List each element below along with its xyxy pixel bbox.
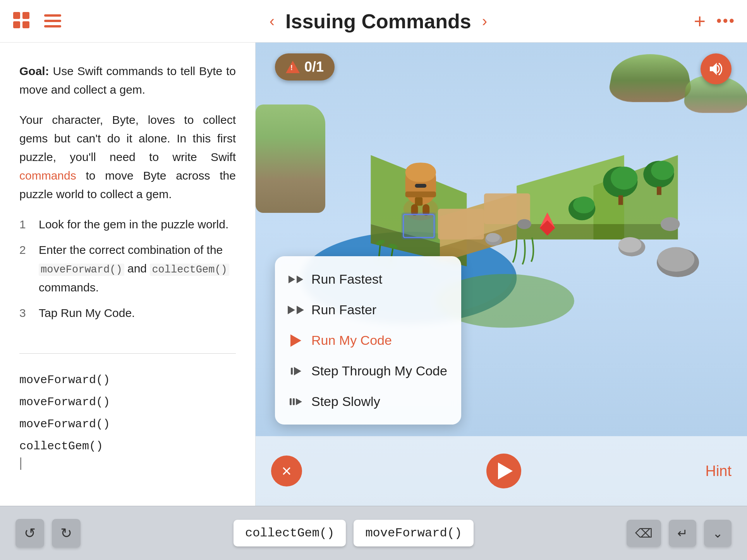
body-paragraph: Your character, Byte, loves to collect g… (19, 111, 236, 204)
svg-rect-3 (22, 21, 29, 28)
move-forward-key[interactable]: moveForward() (354, 520, 474, 546)
code-line-4[interactable]: collectGem() (19, 435, 236, 457)
goal-paragraph: Goal: Use Swift commands to tell Byte to… (19, 62, 236, 99)
svg-rect-21 (415, 184, 426, 188)
code-move-forward: moveForward() (39, 264, 124, 276)
nav-next-button[interactable]: › (478, 11, 491, 31)
run-fastest-icon (289, 276, 303, 283)
svg-point-33 (611, 166, 637, 189)
code-editor[interactable]: moveForward() moveForward() moveForward(… (0, 365, 255, 481)
score-badge: 0/1 (275, 53, 335, 80)
step-slowly-icon (289, 398, 303, 405)
svg-point-39 (573, 197, 595, 214)
step-number-1: 1 (19, 215, 31, 234)
run-my-code-icon (289, 334, 303, 347)
code-collect-gem: collectGem() (150, 264, 229, 276)
collect-gem-key[interactable]: collectGem() (234, 520, 346, 546)
step-text-2: Enter the correct combination of the mov… (39, 241, 236, 297)
run-my-code-label: Run My Code (311, 333, 392, 348)
svg-rect-37 (657, 187, 661, 195)
svg-rect-26 (402, 212, 436, 239)
svg-point-49 (658, 247, 694, 272)
keyboard-left: ↺ ↻ (15, 519, 81, 548)
list-icon[interactable] (43, 10, 63, 32)
svg-point-36 (651, 161, 674, 180)
top-bar: ‹ Issuing Commands › + ••• (0, 0, 747, 43)
steps-list: 1 Look for the gem in the puzzle world. … (19, 215, 236, 322)
game-bottom-bar: × Hint (256, 436, 747, 506)
run-faster-item[interactable]: Run Faster (275, 295, 461, 325)
nav-prev-button[interactable]: ‹ (266, 11, 278, 31)
nav-group: ‹ Issuing Commands › (63, 10, 694, 33)
svg-rect-4 (44, 14, 61, 17)
svg-rect-34 (618, 195, 623, 205)
goal-body: Use Swift commands to tell Byte to move … (19, 65, 236, 96)
run-menu: Run Fastest Run Faster Run My Code (275, 256, 461, 425)
instructions-panel: Goal: Use Swift commands to tell Byte to… (0, 43, 255, 346)
more-button[interactable]: ••• (716, 13, 735, 29)
code-line-5[interactable] (19, 457, 236, 470)
toolbar-left (12, 10, 63, 32)
divider (19, 353, 236, 354)
grid-icon[interactable] (12, 10, 32, 32)
undo-icon: ↺ (24, 525, 36, 541)
svg-rect-20 (405, 163, 436, 182)
step-text-1: Look for the gem in the puzzle world. (39, 215, 236, 234)
toolbar-right: + ••• (694, 11, 735, 31)
svg-rect-2 (13, 21, 20, 28)
goal-label: Goal: (19, 65, 49, 77)
code-line-1[interactable]: moveForward() (19, 369, 236, 391)
svg-point-41 (486, 233, 500, 242)
return-button[interactable]: ↵ (669, 520, 696, 547)
step-text-3: Tap Run My Code. (39, 304, 236, 322)
keyboard-right: ⌫ ↵ ⌄ (627, 520, 732, 547)
step-item-1: 1 Look for the gem in the puzzle world. (19, 215, 236, 234)
redo-icon: ↻ (60, 525, 72, 541)
score-text: 0/1 (304, 59, 324, 75)
svg-rect-5 (44, 20, 61, 22)
svg-rect-1 (22, 12, 29, 19)
main-content: Goal: Use Swift commands to tell Byte to… (0, 43, 747, 506)
hide-keyboard-button[interactable]: ⌄ (704, 520, 732, 547)
step-through-item[interactable]: Step Through My Code (275, 356, 461, 386)
delete-icon: ⌫ (635, 526, 653, 541)
step-item-2: 2 Enter the correct combination of the m… (19, 241, 236, 297)
game-panel: 0/1 (256, 43, 747, 506)
svg-point-51 (618, 237, 641, 253)
code-line-2[interactable]: moveForward() (19, 391, 236, 413)
sound-button[interactable] (701, 53, 732, 84)
run-faster-icon (289, 306, 303, 314)
step-slowly-item[interactable]: Step Slowly (275, 386, 461, 417)
run-my-code-item[interactable]: Run My Code (275, 325, 461, 356)
step-number-2: 2 (19, 241, 31, 259)
svg-point-43 (661, 217, 680, 231)
hint-button[interactable]: Hint (705, 463, 732, 480)
play-button[interactable] (486, 454, 521, 488)
svg-rect-28 (438, 209, 484, 239)
step-number-3: 3 (19, 304, 31, 322)
step-through-label: Step Through My Code (311, 363, 447, 378)
undo-button[interactable]: ↺ (15, 519, 44, 548)
add-button[interactable]: + (694, 11, 706, 31)
step-slowly-label: Step Slowly (311, 394, 380, 409)
score-warning-icon (286, 61, 300, 73)
return-icon: ↵ (677, 526, 688, 541)
commands-link[interactable]: commands (19, 169, 76, 182)
left-panel: Goal: Use Swift commands to tell Byte to… (0, 43, 256, 506)
run-faster-label: Run Faster (311, 302, 376, 317)
run-fastest-label: Run Fastest (311, 272, 382, 287)
step-through-icon (289, 367, 303, 375)
svg-rect-23 (415, 197, 422, 206)
step-item-3: 3 Tap Run My Code. (19, 304, 236, 322)
delete-button[interactable]: ⌫ (627, 520, 661, 547)
hide-keyboard-icon: ⌄ (713, 526, 723, 541)
redo-button[interactable]: ↻ (52, 519, 81, 548)
code-line-3[interactable]: moveForward() (19, 413, 236, 435)
run-fastest-item[interactable]: Run Fastest (275, 264, 461, 295)
text-cursor (20, 457, 21, 470)
keyboard-bar: ↺ ↻ collectGem() moveForward() ⌫ ↵ ⌄ (0, 506, 747, 560)
play-button-icon (498, 462, 513, 480)
svg-rect-6 (44, 25, 61, 27)
svg-point-42 (517, 219, 531, 229)
close-button[interactable]: × (271, 456, 302, 486)
